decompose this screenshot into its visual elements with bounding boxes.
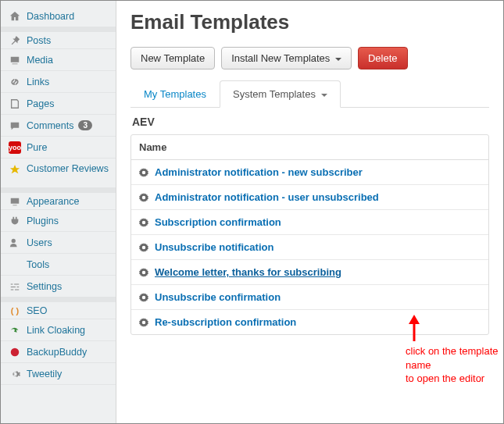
gear-icon bbox=[139, 293, 148, 302]
backup-icon bbox=[9, 346, 21, 358]
annotation-text: click on the template name to open the e… bbox=[406, 344, 503, 386]
pin-icon bbox=[9, 34, 21, 47]
table-row: Re-subscription confirmation bbox=[131, 310, 488, 334]
sidebar-label: BackupBuddy bbox=[27, 347, 87, 358]
template-link[interactable]: Unsubscribe confirmation bbox=[155, 291, 281, 303]
main-content: Email Templates New Template Install New… bbox=[116, 1, 503, 423]
sidebar-item-plugins[interactable]: Plugins bbox=[1, 210, 116, 232]
admin-sidebar: Dashboard Posts Media Links Pages Commen… bbox=[1, 1, 116, 423]
table-row: Administrator notification - new subscri… bbox=[131, 160, 488, 185]
gear-icon bbox=[139, 268, 148, 277]
comment-icon bbox=[9, 119, 21, 132]
annotation-arrow-icon bbox=[403, 312, 427, 345]
sidebar-label: SEO bbox=[27, 305, 47, 316]
templates-table: Name Administrator notification - new su… bbox=[130, 134, 489, 335]
gear-icon bbox=[139, 318, 148, 327]
template-link[interactable]: Administrator notification - user unsubs… bbox=[155, 191, 379, 203]
table-row: Unsubscribe confirmation bbox=[131, 285, 488, 310]
sidebar-item-media[interactable]: Media bbox=[1, 49, 116, 71]
settings-icon bbox=[9, 280, 21, 293]
sidebar-item-settings[interactable]: Settings bbox=[1, 276, 116, 298]
sidebar-label: Links bbox=[27, 77, 49, 87]
sidebar-label: Plugins bbox=[27, 216, 59, 226]
column-name: Name bbox=[131, 135, 488, 160]
svg-point-1 bbox=[11, 347, 20, 356]
sidebar-label: Appearance bbox=[27, 196, 79, 207]
sidebar-item-links[interactable]: Links bbox=[1, 71, 116, 93]
sidebar-label: Dashboard bbox=[27, 11, 74, 22]
sidebar-item-appearance[interactable]: Appearance bbox=[1, 188, 116, 210]
annotation-line1: click on the template name bbox=[406, 344, 503, 372]
table-row: Unsubscribe notification bbox=[131, 235, 488, 260]
tab-system-label: System Templates bbox=[233, 88, 316, 100]
sidebar-label: Pure bbox=[27, 142, 47, 153]
sidebar-label: Tweetily bbox=[27, 369, 62, 379]
home-icon bbox=[9, 10, 21, 23]
delete-button[interactable]: Delete bbox=[358, 47, 408, 69]
sidebar-label: Link Cloaking bbox=[27, 325, 85, 336]
media-icon bbox=[9, 54, 21, 66]
annotation-line2: to open the editor bbox=[406, 372, 503, 386]
sidebar-label: Customer Reviews bbox=[27, 163, 109, 176]
sidebar-item-comments[interactable]: Comments 3 bbox=[1, 115, 116, 137]
sidebar-label: Media bbox=[27, 55, 53, 66]
sidebar-item-users[interactable]: Users bbox=[1, 232, 116, 254]
install-templates-label: Install New Templates bbox=[231, 52, 330, 64]
sidebar-label: Comments bbox=[27, 120, 73, 131]
table-row: Administrator notification - user unsubs… bbox=[131, 185, 488, 210]
seo-icon: ( ) bbox=[9, 305, 21, 317]
table-row: Subscription confirmation bbox=[131, 210, 488, 235]
sidebar-item-posts[interactable]: Posts bbox=[1, 27, 116, 49]
sidebar-item-tweetily[interactable]: Tweetily bbox=[1, 363, 116, 385]
star-icon bbox=[9, 163, 21, 176]
comments-badge: 3 bbox=[78, 120, 92, 130]
sidebar-item-tools[interactable]: Tools bbox=[1, 254, 116, 276]
gear-icon bbox=[9, 368, 21, 380]
template-link[interactable]: Subscription confirmation bbox=[155, 216, 281, 228]
sidebar-item-dashboard[interactable]: Dashboard bbox=[1, 5, 116, 27]
appearance-icon bbox=[9, 195, 21, 208]
tab-system-templates[interactable]: System Templates bbox=[220, 80, 341, 108]
template-link[interactable]: Unsubscribe notification bbox=[155, 241, 273, 253]
gear-icon bbox=[139, 243, 148, 252]
action-buttons: New Template Install New Templates Delet… bbox=[130, 47, 489, 69]
sidebar-item-seo[interactable]: ( ) SEO bbox=[1, 298, 116, 319]
sidebar-label: Pages bbox=[27, 98, 54, 109]
tab-my-templates[interactable]: My Templates bbox=[130, 80, 220, 107]
sidebar-item-backupbuddy[interactable]: BackupBuddy bbox=[1, 341, 116, 363]
sidebar-label: Users bbox=[27, 237, 52, 248]
gear-icon bbox=[139, 193, 148, 202]
yoo-icon: yoo bbox=[9, 141, 21, 154]
template-tabs: My Templates System Templates bbox=[130, 80, 489, 108]
template-link[interactable]: Welcome letter, thanks for subscribing bbox=[155, 266, 341, 278]
gear-icon bbox=[139, 168, 148, 177]
gear-icon bbox=[139, 218, 148, 227]
sidebar-item-pure[interactable]: yoo Pure bbox=[1, 137, 116, 159]
install-templates-button[interactable]: Install New Templates bbox=[221, 47, 352, 69]
new-template-button[interactable]: New Template bbox=[130, 47, 215, 69]
arrow-icon bbox=[9, 324, 21, 337]
caret-down-icon bbox=[321, 94, 327, 97]
template-link[interactable]: Re-subscription confirmation bbox=[155, 316, 296, 328]
plug-icon bbox=[9, 215, 21, 227]
sidebar-item-link-cloaking[interactable]: Link Cloaking bbox=[1, 319, 116, 341]
tools-icon bbox=[9, 258, 21, 271]
caret-down-icon bbox=[335, 58, 341, 61]
sidebar-item-pages[interactable]: Pages bbox=[1, 93, 116, 115]
table-row: Welcome letter, thanks for subscribing bbox=[131, 260, 488, 285]
users-icon bbox=[9, 237, 21, 249]
sidebar-label: Posts bbox=[27, 35, 51, 46]
sidebar-label: Tools bbox=[27, 259, 49, 270]
page-icon bbox=[9, 98, 21, 110]
template-link[interactable]: Administrator notification - new subscri… bbox=[155, 166, 363, 178]
svg-point-0 bbox=[12, 238, 16, 242]
sidebar-label: Settings bbox=[27, 281, 62, 292]
section-heading: AEV bbox=[132, 116, 488, 128]
sidebar-item-customer-reviews[interactable]: Customer Reviews bbox=[1, 159, 116, 188]
link-icon bbox=[9, 76, 21, 88]
page-title: Email Templates bbox=[130, 10, 489, 34]
